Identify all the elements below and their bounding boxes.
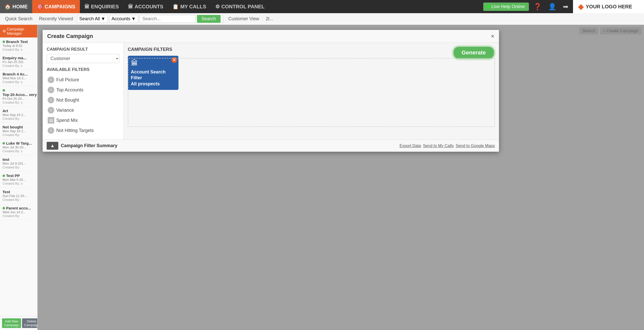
accounts-icon: 🏛 bbox=[128, 4, 133, 10]
not-hitting-targets-icon: ○ bbox=[48, 127, 54, 134]
send-google-maps-button[interactable]: Send to Google Maps bbox=[456, 144, 495, 148]
campaign-title: test bbox=[3, 157, 9, 162]
nav-mycalls[interactable]: 📋 MY CALLS bbox=[168, 0, 211, 13]
filter-card-icon: 🏛 bbox=[131, 59, 175, 67]
nav-right-actions: Live Help Online ❓ 👤 ➡ bbox=[483, 2, 573, 12]
send-mycalls-button[interactable]: Send to My Calls bbox=[423, 144, 454, 148]
campaign-date: Mon Sep 24 2... bbox=[3, 113, 35, 117]
filter-card-remove-btn[interactable]: ✕ bbox=[171, 57, 177, 63]
filter-card-title: Account Search Filter All prospects bbox=[131, 69, 175, 87]
full-picture-icon: ○ bbox=[48, 76, 54, 83]
campaign-created: Created By: bbox=[3, 165, 35, 169]
filter-item-not-bought[interactable]: ○ Not Bought bbox=[47, 95, 119, 105]
logo-area: ◆ YOUR LOGO HERE bbox=[573, 0, 644, 13]
campaign-title: Not bought bbox=[3, 125, 23, 129]
customer-view-button[interactable]: Customer View bbox=[226, 15, 262, 23]
campaign-date: Today at 8:52 bbox=[3, 44, 35, 48]
nav-enquiries[interactable]: 🏛 ENQUIRIES bbox=[80, 0, 123, 13]
filter-item-not-hitting-targets[interactable]: ○ Not Hitting Targets bbox=[47, 125, 119, 135]
search-input[interactable] bbox=[140, 15, 195, 23]
search-bar: Quick Search Recently Viewed Search All … bbox=[0, 13, 644, 25]
campaign-date: Wed Jun 14 2... bbox=[3, 210, 35, 214]
modal-close-button[interactable]: × bbox=[491, 33, 494, 39]
campaign-title: Luke W Targ... bbox=[6, 141, 32, 145]
extra-button[interactable]: 2l... bbox=[263, 15, 276, 23]
filter-item-top-accounts[interactable]: ○ Top Accounts bbox=[47, 85, 119, 95]
variance-icon: ○ bbox=[48, 107, 54, 113]
user-icon[interactable]: 👤 bbox=[546, 2, 558, 12]
list-item[interactable]: Art Mon Sep 24 2... Created By: bbox=[0, 107, 37, 123]
nav-home[interactable]: 🏠 HOME bbox=[0, 0, 32, 13]
modal-header: Create Campaign × bbox=[43, 30, 499, 43]
active-filter-card[interactable]: ✕ 🏛 Account Search Filter All prospects bbox=[128, 56, 178, 90]
campaign-title: Parent acco... bbox=[6, 206, 31, 210]
campaign-created: Created By: bbox=[3, 214, 35, 218]
filter-item-variance[interactable]: ○ Variance bbox=[47, 105, 119, 115]
list-item[interactable]: Branch 4 Ac... Wed Nov 14 2... Created B… bbox=[0, 70, 37, 86]
campaign-date: Mon Jul 30 20... bbox=[3, 145, 35, 149]
search-all-dropdown[interactable]: Search All ▼ bbox=[77, 15, 108, 23]
collapse-button[interactable]: ▲ bbox=[47, 142, 58, 150]
campaign-created: Created By: s bbox=[3, 149, 35, 153]
top-nav: 🏠 HOME 🎯 CAMPAIGNS 🏛 ENQUIRIES 🏛 ACCOUNT… bbox=[0, 0, 644, 13]
not-bought-icon: ○ bbox=[48, 97, 54, 103]
add-campaign-button[interactable]: Add New Campaign bbox=[2, 318, 21, 328]
help-icon[interactable]: ❓ bbox=[531, 2, 544, 12]
quick-search-button[interactable]: Quick Search bbox=[3, 15, 35, 23]
modal-title: Create Campaign bbox=[47, 33, 93, 40]
delete-campaign-button[interactable]: Delete Campaign bbox=[22, 318, 38, 328]
campaign-title: Test bbox=[3, 190, 10, 194]
dropdown-arrow-icon: ▼ bbox=[101, 16, 105, 22]
accounts-dropdown[interactable]: Accounts ▼ bbox=[109, 15, 138, 23]
campaign-date: Fri Jan 25 201 bbox=[3, 60, 35, 64]
filter-item-full-picture[interactable]: ○ Full Picture bbox=[47, 75, 119, 85]
list-item[interactable]: Test PP Mon Mar 5 20... Created By: s bbox=[0, 171, 37, 188]
campaign-title: Branch 4 Ac... bbox=[3, 72, 28, 76]
list-item[interactable]: test Mon Jul 9 201... Created By: bbox=[0, 155, 37, 171]
logo-icon: ◆ bbox=[578, 3, 584, 11]
modal-overlay: Create Campaign × CAMPAIGN RESULT Custom… bbox=[38, 25, 644, 330]
campaign-filters-label: CAMPAIGN FILTERS bbox=[128, 47, 495, 52]
list-item[interactable]: Test Sun Feb 11 20... Created By: bbox=[0, 188, 37, 204]
spend-mix-icon: ▤ bbox=[48, 117, 54, 124]
campaign-date: Wed Nov 14 2... bbox=[3, 76, 35, 80]
search-button[interactable]: Search bbox=[197, 15, 221, 23]
campaign-date: Mon Jul 9 201... bbox=[3, 162, 35, 165]
sidebar-footer: Add New Campaign Delete Campaign bbox=[0, 316, 37, 330]
campaign-title: Top 20 Acco... very long ca... layout bbox=[3, 92, 38, 97]
list-item[interactable]: Top 20 Acco... very long ca... layout Fr… bbox=[0, 86, 37, 107]
campaign-created: Created By: bbox=[3, 198, 35, 202]
nav-control-panel[interactable]: ⚙ CONTROL PANEL bbox=[211, 0, 269, 13]
filter-item-spend-mix[interactable]: ▤ Spend Mix bbox=[47, 115, 119, 125]
bottom-actions: Export Data Send to My Calls Send to Goo… bbox=[400, 144, 495, 148]
campaign-result-label: CAMPAIGN RESULT bbox=[47, 47, 119, 52]
recently-viewed-button[interactable]: Recently Viewed bbox=[37, 15, 76, 23]
campaign-title: Test PP bbox=[6, 173, 20, 178]
filter-drop-zone bbox=[128, 58, 495, 127]
nav-campaigns[interactable]: 🎯 CAMPAIGNS bbox=[32, 0, 80, 13]
signout-icon[interactable]: ➡ bbox=[561, 2, 570, 12]
export-data-button[interactable]: Export Data bbox=[400, 144, 421, 148]
top-accounts-icon: ○ bbox=[48, 87, 54, 93]
live-help-button[interactable]: Live Help Online bbox=[483, 3, 529, 11]
modal-body: CAMPAIGN RESULT Customer AVAILABLE FILTE… bbox=[43, 43, 499, 140]
generate-button-wrapper: Generate bbox=[454, 47, 494, 59]
campaign-created: Created By: s bbox=[3, 64, 35, 68]
campaign-settings-icon: ⚙ bbox=[3, 29, 6, 33]
control-panel-icon: ⚙ bbox=[215, 4, 220, 10]
list-item[interactable]: Luke W Targ... Mon Jul 30 20... Created … bbox=[0, 139, 37, 155]
generate-button[interactable]: Generate bbox=[454, 47, 494, 59]
available-filters-label: AVAILABLE FILTERS bbox=[47, 67, 119, 72]
nav-accounts[interactable]: 🏛 ACCOUNTS bbox=[123, 0, 168, 13]
list-item[interactable]: Parent acco... Wed Jun 14 2... Created B… bbox=[0, 204, 37, 220]
enquiries-icon: 🏛 bbox=[84, 4, 90, 10]
list-item[interactable]: Not bought Mon Sep 24 2... Created By: bbox=[0, 123, 37, 139]
campaign-date: Sun Feb 11 20... bbox=[3, 194, 35, 198]
campaign-title: Branch Test bbox=[6, 40, 28, 44]
list-item[interactable]: Enquiry ma... Fri Jan 25 201 Created By:… bbox=[0, 54, 37, 70]
campaign-created: Created By: bbox=[3, 117, 35, 121]
main-content: Search + Create Campaign Create Campaign… bbox=[38, 25, 644, 330]
modal-left-panel: CAMPAIGN RESULT Customer AVAILABLE FILTE… bbox=[43, 43, 124, 140]
campaign-result-select[interactable]: Customer bbox=[47, 54, 119, 63]
list-item[interactable]: Branch Test Today at 8:52 Created By: s bbox=[0, 37, 37, 54]
